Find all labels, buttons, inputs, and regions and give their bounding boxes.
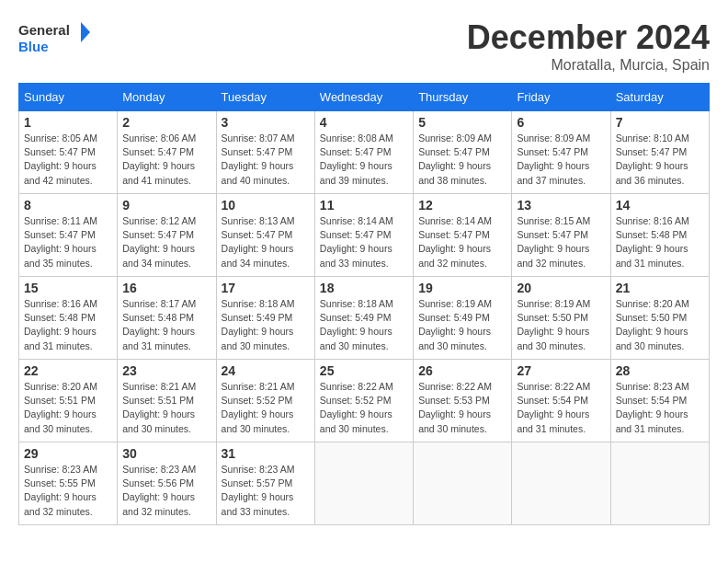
day-number-9: 9 xyxy=(122,198,210,213)
day-number-19: 19 xyxy=(418,281,506,295)
day-number-27: 27 xyxy=(517,363,605,378)
day-cell-12: 12Sunrise: 8:14 AMSunset: 5:47 PMDayligh… xyxy=(414,194,512,277)
day-info-20: Sunrise: 8:19 AMSunset: 5:50 PMDaylight:… xyxy=(517,297,605,353)
day-number-10: 10 xyxy=(222,198,310,213)
page-header: General Blue December 2024 Moratalla, Mu… xyxy=(18,18,710,74)
empty-cell xyxy=(512,442,610,525)
day-cell-3: 3Sunrise: 8:07 AMSunset: 5:47 PMDaylight… xyxy=(216,111,314,194)
day-info-3: Sunrise: 8:07 AMSunset: 5:47 PMDaylight:… xyxy=(222,132,310,188)
day-info-23: Sunrise: 8:21 AMSunset: 5:51 PMDaylight:… xyxy=(122,380,210,436)
day-info-28: Sunrise: 8:23 AMSunset: 5:54 PMDaylight:… xyxy=(616,380,704,436)
day-number-22: 22 xyxy=(24,363,112,378)
day-cell-1: 1Sunrise: 8:05 AMSunset: 5:47 PMDaylight… xyxy=(19,111,118,194)
day-number-12: 12 xyxy=(418,198,506,213)
day-info-19: Sunrise: 8:19 AMSunset: 5:49 PMDaylight:… xyxy=(418,297,506,353)
day-info-22: Sunrise: 8:20 AMSunset: 5:51 PMDaylight:… xyxy=(24,380,112,436)
day-info-4: Sunrise: 8:08 AMSunset: 5:47 PMDaylight:… xyxy=(320,132,408,188)
day-number-14: 14 xyxy=(616,198,704,213)
day-info-26: Sunrise: 8:22 AMSunset: 5:53 PMDaylight:… xyxy=(418,380,506,436)
day-info-27: Sunrise: 8:22 AMSunset: 5:54 PMDaylight:… xyxy=(517,380,605,436)
day-cell-9: 9Sunrise: 8:12 AMSunset: 5:47 PMDaylight… xyxy=(118,194,216,277)
day-info-16: Sunrise: 8:17 AMSunset: 5:48 PMDaylight:… xyxy=(122,297,210,353)
day-number-17: 17 xyxy=(222,281,310,295)
day-info-25: Sunrise: 8:22 AMSunset: 5:52 PMDaylight:… xyxy=(320,380,408,436)
header-wednesday: Wednesday xyxy=(314,84,413,111)
day-info-21: Sunrise: 8:20 AMSunset: 5:50 PMDaylight:… xyxy=(616,297,704,353)
week-row-4: 22Sunrise: 8:20 AMSunset: 5:51 PMDayligh… xyxy=(19,360,710,442)
week-row-1: 1Sunrise: 8:05 AMSunset: 5:47 PMDaylight… xyxy=(19,111,710,194)
day-number-13: 13 xyxy=(517,198,605,213)
day-cell-14: 14Sunrise: 8:16 AMSunset: 5:48 PMDayligh… xyxy=(610,194,709,277)
svg-text:General: General xyxy=(18,22,70,38)
day-cell-2: 2Sunrise: 8:06 AMSunset: 5:47 PMDaylight… xyxy=(118,111,216,194)
day-cell-13: 13Sunrise: 8:15 AMSunset: 5:47 PMDayligh… xyxy=(512,194,610,277)
calendar-table: Sunday Monday Tuesday Wednesday Thursday… xyxy=(18,83,710,525)
header-thursday: Thursday xyxy=(414,84,512,111)
day-info-9: Sunrise: 8:12 AMSunset: 5:47 PMDaylight:… xyxy=(122,214,210,270)
day-cell-22: 22Sunrise: 8:20 AMSunset: 5:51 PMDayligh… xyxy=(19,360,118,442)
day-cell-31: 31Sunrise: 8:23 AMSunset: 5:57 PMDayligh… xyxy=(216,442,314,525)
day-info-2: Sunrise: 8:06 AMSunset: 5:47 PMDaylight:… xyxy=(122,132,210,188)
day-info-5: Sunrise: 8:09 AMSunset: 5:47 PMDaylight:… xyxy=(418,132,506,188)
day-number-16: 16 xyxy=(122,281,210,295)
day-cell-23: 23Sunrise: 8:21 AMSunset: 5:51 PMDayligh… xyxy=(118,360,216,442)
day-number-1: 1 xyxy=(24,115,112,130)
day-cell-30: 30Sunrise: 8:23 AMSunset: 5:56 PMDayligh… xyxy=(118,442,216,525)
day-cell-29: 29Sunrise: 8:23 AMSunset: 5:55 PMDayligh… xyxy=(19,442,118,525)
day-cell-17: 17Sunrise: 8:18 AMSunset: 5:49 PMDayligh… xyxy=(216,277,314,360)
location: Moratalla, Murcia, Spain xyxy=(467,57,710,74)
empty-cell xyxy=(414,442,512,525)
day-info-7: Sunrise: 8:10 AMSunset: 5:47 PMDaylight:… xyxy=(616,132,704,188)
day-number-24: 24 xyxy=(222,363,310,378)
day-number-15: 15 xyxy=(24,281,112,295)
day-cell-27: 27Sunrise: 8:22 AMSunset: 5:54 PMDayligh… xyxy=(512,360,610,442)
month-title: December 2024 xyxy=(467,18,710,57)
day-number-18: 18 xyxy=(320,281,408,295)
day-info-14: Sunrise: 8:16 AMSunset: 5:48 PMDaylight:… xyxy=(616,214,704,270)
day-number-2: 2 xyxy=(122,115,210,130)
day-cell-28: 28Sunrise: 8:23 AMSunset: 5:54 PMDayligh… xyxy=(610,360,709,442)
day-cell-19: 19Sunrise: 8:19 AMSunset: 5:49 PMDayligh… xyxy=(414,277,512,360)
day-cell-15: 15Sunrise: 8:16 AMSunset: 5:48 PMDayligh… xyxy=(19,277,118,360)
day-cell-26: 26Sunrise: 8:22 AMSunset: 5:53 PMDayligh… xyxy=(414,360,512,442)
day-info-17: Sunrise: 8:18 AMSunset: 5:49 PMDaylight:… xyxy=(222,297,310,353)
day-cell-18: 18Sunrise: 8:18 AMSunset: 5:49 PMDayligh… xyxy=(314,277,413,360)
day-info-11: Sunrise: 8:14 AMSunset: 5:47 PMDaylight:… xyxy=(320,214,408,270)
day-number-4: 4 xyxy=(320,115,408,130)
day-cell-8: 8Sunrise: 8:11 AMSunset: 5:47 PMDaylight… xyxy=(19,194,118,277)
svg-marker-2 xyxy=(81,22,90,42)
logo: General Blue xyxy=(18,18,92,60)
day-cell-11: 11Sunrise: 8:14 AMSunset: 5:47 PMDayligh… xyxy=(314,194,413,277)
day-info-15: Sunrise: 8:16 AMSunset: 5:48 PMDaylight:… xyxy=(24,297,112,353)
day-number-11: 11 xyxy=(320,198,408,213)
day-number-7: 7 xyxy=(616,115,704,130)
day-cell-10: 10Sunrise: 8:13 AMSunset: 5:47 PMDayligh… xyxy=(216,194,314,277)
day-number-29: 29 xyxy=(24,446,112,461)
day-cell-24: 24Sunrise: 8:21 AMSunset: 5:52 PMDayligh… xyxy=(216,360,314,442)
day-cell-6: 6Sunrise: 8:09 AMSunset: 5:47 PMDaylight… xyxy=(512,111,610,194)
day-info-1: Sunrise: 8:05 AMSunset: 5:47 PMDaylight:… xyxy=(24,132,112,188)
header-sunday: Sunday xyxy=(19,84,118,111)
day-cell-5: 5Sunrise: 8:09 AMSunset: 5:47 PMDaylight… xyxy=(414,111,512,194)
day-info-13: Sunrise: 8:15 AMSunset: 5:47 PMDaylight:… xyxy=(517,214,605,270)
day-number-21: 21 xyxy=(616,281,704,295)
day-number-25: 25 xyxy=(320,363,408,378)
day-info-24: Sunrise: 8:21 AMSunset: 5:52 PMDaylight:… xyxy=(222,380,310,436)
header-tuesday: Tuesday xyxy=(216,84,314,111)
logo-svg: General Blue xyxy=(18,18,92,60)
svg-text:Blue: Blue xyxy=(18,39,49,54)
header-saturday: Saturday xyxy=(610,84,709,111)
day-info-31: Sunrise: 8:23 AMSunset: 5:57 PMDaylight:… xyxy=(222,463,310,519)
day-number-26: 26 xyxy=(418,363,506,378)
header-friday: Friday xyxy=(512,84,610,111)
day-cell-20: 20Sunrise: 8:19 AMSunset: 5:50 PMDayligh… xyxy=(512,277,610,360)
day-number-20: 20 xyxy=(517,281,605,295)
day-info-12: Sunrise: 8:14 AMSunset: 5:47 PMDaylight:… xyxy=(418,214,506,270)
day-number-28: 28 xyxy=(616,363,704,378)
week-row-5: 29Sunrise: 8:23 AMSunset: 5:55 PMDayligh… xyxy=(19,442,710,525)
week-row-2: 8Sunrise: 8:11 AMSunset: 5:47 PMDaylight… xyxy=(19,194,710,277)
day-cell-7: 7Sunrise: 8:10 AMSunset: 5:47 PMDaylight… xyxy=(610,111,709,194)
empty-cell xyxy=(610,442,709,525)
day-info-30: Sunrise: 8:23 AMSunset: 5:56 PMDaylight:… xyxy=(122,463,210,519)
day-info-29: Sunrise: 8:23 AMSunset: 5:55 PMDaylight:… xyxy=(24,463,112,519)
